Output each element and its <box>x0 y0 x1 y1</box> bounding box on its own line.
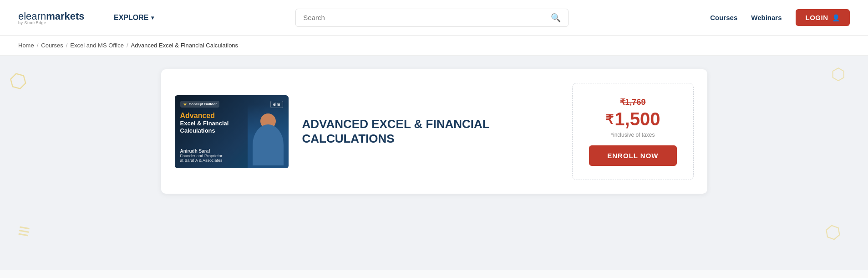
search-bar: 🔍 <box>295 9 569 27</box>
breadcrumb-category[interactable]: Excel and MS Office <box>70 42 124 49</box>
breadcrumb: Home / Courses / Excel and MS Office / A… <box>0 36 868 56</box>
explore-button[interactable]: EXPLORE ▾ <box>109 14 158 22</box>
breadcrumb-sep-2: / <box>66 42 68 49</box>
course-card: ★ Concept Builder elm Advanced Excel & F… <box>161 69 707 194</box>
explore-label: EXPLORE <box>114 14 148 22</box>
deco-icon-top-right: ⬡ <box>831 65 845 84</box>
breadcrumb-home[interactable]: Home <box>18 42 34 49</box>
chevron-down-icon: ▾ <box>151 15 154 21</box>
search-icon[interactable]: 🔍 <box>551 13 561 23</box>
pricing-box: ₹1,769 ₹ 1,500 *inclusive of taxes ENROL… <box>572 83 693 180</box>
login-label: LOGIN <box>806 14 828 21</box>
enroll-button[interactable]: ENROLL NOW <box>589 145 676 166</box>
price-amount: 1,500 <box>614 110 660 128</box>
instructor-avatar <box>248 104 289 168</box>
tax-note: *inclusive of taxes <box>611 132 655 138</box>
logo: elearnmarkets by StockEdge <box>18 10 91 25</box>
concept-badge-text: Concept Builder <box>189 102 217 106</box>
course-thumbnail: ★ Concept Builder elm Advanced Excel & F… <box>175 95 289 168</box>
nav-webinars[interactable]: Webinars <box>751 14 782 21</box>
course-info: ADVANCED EXCEL & FINANCIAL CALCULATIONS <box>302 117 559 145</box>
breadcrumb-sep-3: / <box>127 42 128 49</box>
header: elearnmarkets by StockEdge EXPLORE ▾ 🔍 C… <box>0 0 868 36</box>
user-icon: 👤 <box>832 14 840 21</box>
breadcrumb-sep-1: / <box>37 42 39 49</box>
header-nav: Courses Webinars LOGIN 👤 <box>710 9 850 26</box>
course-title: ADVANCED EXCEL & FINANCIAL CALCULATIONS <box>302 117 521 145</box>
deco-icon-top-left: ⬡ <box>6 67 29 94</box>
discounted-price: ₹ 1,500 <box>605 110 660 128</box>
deco-icon-bottom-right: ⬡ <box>823 220 842 243</box>
logo-text: elearnmarkets <box>18 10 85 22</box>
nav-courses[interactable]: Courses <box>710 14 737 21</box>
original-price: ₹1,769 <box>620 97 645 107</box>
deco-icon-bottom-left: ≡ <box>16 219 32 243</box>
rupee-symbol: ₹ <box>605 113 614 126</box>
search-input[interactable] <box>303 14 551 21</box>
concept-badge: ★ Concept Builder <box>180 101 220 108</box>
breadcrumb-courses[interactable]: Courses <box>41 42 63 49</box>
star-icon: ★ <box>183 102 187 107</box>
breadcrumb-current: Advanced Excel & Financial Calculations <box>131 42 239 49</box>
main-content: ⬡ ≡ ⬡ ⬡ ★ Concept Builder elm Advanced E… <box>0 56 868 270</box>
login-button[interactable]: LOGIN 👤 <box>796 9 850 26</box>
